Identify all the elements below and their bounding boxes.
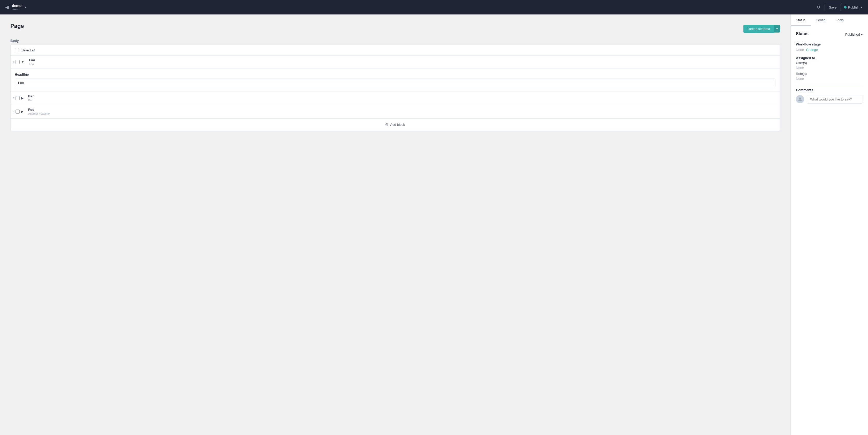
block-subtitle-foo2: Another headline: [28, 112, 778, 115]
block-name-bar: Bar: [28, 94, 778, 98]
main-content: Page Define schema ▾ Body Select all ≡ ▼: [0, 14, 790, 435]
users-label: User(s): [796, 61, 863, 65]
svg-point-0: [799, 97, 801, 99]
workflow-stage-label: Workflow stage: [796, 42, 863, 46]
drag-handle-foo[interactable]: ≡: [13, 60, 14, 64]
block-toggle-foo2[interactable]: ▶: [21, 109, 24, 114]
field-label-headline: Headline: [15, 73, 775, 76]
tab-status[interactable]: Status: [791, 14, 811, 26]
block-checkbox-bar[interactable]: [16, 96, 20, 100]
sidebar-status-row: Status Published ▾: [796, 32, 863, 37]
nav-right: ↺ Save Publish ▾: [815, 3, 864, 11]
block-header-foo: ≡ ▼ Foo Foo: [10, 56, 780, 68]
publish-dropdown-button[interactable]: ▾: [859, 4, 864, 10]
assigned-to-group: Assigned to User(s) None Role(s) None: [796, 56, 863, 80]
nav-brand: demo demo: [12, 4, 22, 11]
status-dropdown-icon: ▾: [861, 33, 863, 36]
status-value: Published: [845, 33, 860, 36]
assigned-to-label: Assigned to: [796, 56, 863, 60]
blocks-container: Select all ≡ ▼ Foo Foo Headline: [10, 45, 780, 131]
page-title: Page: [10, 23, 24, 29]
nav-left: ◀ demo demo ▾: [4, 3, 27, 11]
body-label: Body: [10, 39, 780, 43]
sidebar-body: Status Published ▾ Workflow stage None C…: [791, 26, 868, 435]
top-nav: ◀ demo demo ▾ ↺ Save Publish ▾: [0, 0, 868, 14]
comment-input[interactable]: [807, 95, 863, 104]
publish-dot: [844, 6, 846, 8]
publish-button[interactable]: Publish: [844, 5, 859, 9]
workflow-stage-group: Workflow stage None Change: [796, 42, 863, 52]
comments-section: Comments: [796, 88, 863, 104]
drag-handle-foo2[interactable]: ≡: [13, 110, 14, 113]
publish-group: Publish ▾: [844, 4, 864, 10]
define-schema-dropdown-button[interactable]: ▾: [774, 25, 780, 33]
block-checkbox-foo[interactable]: [16, 60, 20, 64]
tab-config[interactable]: Config: [811, 14, 831, 26]
block-left-bar: ≡ ▶: [10, 96, 26, 100]
status-published-button[interactable]: Published ▾: [845, 33, 863, 36]
brand-dropdown-button[interactable]: ▾: [24, 4, 27, 10]
define-schema-group: Define schema ▾: [743, 25, 780, 33]
field-input-headline[interactable]: [15, 78, 775, 87]
select-all-checkbox[interactable]: [15, 48, 19, 52]
block-toggle-foo[interactable]: ▼: [21, 60, 25, 64]
users-value: None: [796, 66, 863, 70]
define-schema-button[interactable]: Define schema: [743, 25, 774, 33]
block-subtitle-bar: Bar: [28, 99, 778, 102]
block-checkbox-foo2[interactable]: [16, 109, 20, 114]
block-subtitle-foo: Foo: [29, 63, 778, 66]
select-all-row: Select all: [10, 45, 780, 56]
block-row-foo2: ≡ ▶ Foo Another headline: [10, 105, 780, 118]
add-block-icon: ⊕: [385, 122, 389, 127]
block-toggle-bar[interactable]: ▶: [21, 96, 24, 100]
block-row-bar: ≡ ▶ Bar Bar: [10, 92, 780, 105]
undo-button[interactable]: ↺: [815, 3, 822, 11]
block-row-foo-expanded: ≡ ▼ Foo Foo Headline: [10, 56, 780, 92]
comments-title: Comments: [796, 88, 863, 92]
drag-handle-bar[interactable]: ≡: [13, 96, 14, 100]
block-left-foo2: ≡ ▶: [10, 109, 26, 114]
page-header: Page Define schema ▾: [10, 23, 780, 35]
back-button[interactable]: ◀: [4, 3, 10, 11]
block-content-foo: Foo Foo: [27, 58, 780, 66]
brand-title: demo: [12, 4, 22, 8]
workflow-stage-value: None: [796, 48, 804, 52]
comment-avatar: [796, 95, 804, 103]
block-name-foo2: Foo: [28, 108, 778, 111]
roles-value: None: [796, 77, 863, 80]
block-inner-foo: Headline: [10, 68, 780, 91]
save-button[interactable]: Save: [825, 4, 841, 11]
publish-label: Publish: [848, 5, 859, 9]
tab-tools[interactable]: Tools: [831, 14, 848, 26]
block-content-bar: Bar Bar: [26, 94, 780, 102]
change-link[interactable]: Change: [806, 48, 818, 52]
block-name-foo: Foo: [29, 58, 778, 62]
right-sidebar: Status Config Tools Status Published ▾ W…: [790, 14, 868, 435]
avatar-icon: [798, 97, 803, 102]
roles-label: Role(s): [796, 72, 863, 76]
add-block-row[interactable]: ⊕ Add block: [10, 118, 780, 131]
sidebar-tabs: Status Config Tools: [791, 14, 868, 26]
brand-subtitle: demo: [12, 8, 22, 11]
select-all-label: Select all: [22, 48, 35, 52]
sidebar-status-title: Status: [796, 32, 809, 36]
add-block-label: Add block: [390, 123, 405, 127]
block-content-foo2: Foo Another headline: [26, 108, 780, 115]
block-left-foo: ≡ ▼: [10, 60, 27, 64]
layout: Page Define schema ▾ Body Select all ≡ ▼: [0, 14, 868, 435]
comment-input-row: [796, 95, 863, 104]
